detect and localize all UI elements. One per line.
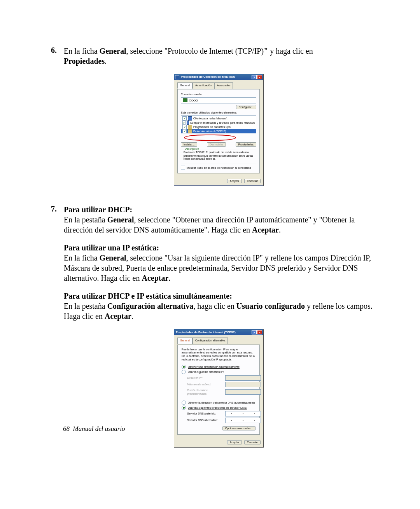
checkbox-icon[interactable]: ✓: [182, 125, 187, 129]
step6-text-a: En la ficha: [64, 47, 100, 55]
protocol-icon: [188, 129, 192, 133]
t: .: [168, 274, 170, 282]
highlight-ellipse: [184, 135, 236, 141]
cancel-button[interactable]: Cancelar: [244, 440, 261, 444]
tab-general[interactable]: General: [177, 338, 192, 344]
t: Aceptar: [252, 226, 279, 234]
share-icon: [187, 121, 189, 125]
description-legend: Descripción: [184, 147, 200, 150]
radio-icon[interactable]: [182, 365, 186, 369]
dns1-field[interactable]: [225, 411, 261, 416]
step-6-number: 6.: [47, 46, 57, 198]
checkbox-icon[interactable]: ✓: [182, 129, 187, 133]
t: Configuración alternativa: [107, 302, 194, 310]
step-7-number: 7.: [47, 205, 57, 458]
list-item-tcpip[interactable]: ✓ Protocolo Internet (TCP/IP): [181, 129, 256, 133]
t: Aceptar: [105, 312, 131, 320]
label-mask: Máscara de subred:: [187, 383, 225, 386]
radio-icon[interactable]: [182, 370, 186, 374]
heading-both: Para utilizar DHCP e IP estática simultá…: [64, 291, 373, 301]
radio-label: Obtener la dirección del servidor DNS au…: [188, 401, 255, 404]
step6-quote: ": [264, 47, 268, 55]
radio-auto-ip[interactable]: Obtener una dirección IP automáticamente: [182, 365, 256, 369]
tab-general[interactable]: General: [177, 82, 192, 89]
cancel-button[interactable]: Cancelar: [244, 179, 261, 183]
step-6: 6. En la ficha General, seleccione "Prot…: [47, 46, 373, 198]
radio-static-ip[interactable]: Usar la siguiente dirección IP:: [182, 370, 256, 374]
tab-auth[interactable]: Autenticación: [192, 82, 214, 89]
description-text: Protocolo TCP/IP. El protocolo de red de…: [184, 151, 254, 161]
dialog1-title: Propiedades de Conexión de área local: [180, 75, 251, 79]
dialog2-titlebar: Propiedades de Protocolo Internet (TCP/I…: [174, 329, 263, 335]
show-icon-checkbox[interactable]: ✓: [181, 166, 185, 170]
radio-static-dns[interactable]: Usar las siguientes direcciones de servi…: [182, 406, 256, 410]
dialog2-title: Propiedades de Protocolo Internet (TCP/I…: [175, 331, 251, 334]
t: Usuario configurado: [236, 302, 305, 310]
t: En la pestaña: [64, 215, 107, 224]
heading-dhcp: Para utilizar DHCP:: [64, 205, 373, 215]
show-icon-label: Mostrar icono en el área de notificación…: [187, 166, 251, 170]
dialog-tcpip-properties: Propiedades de Protocolo Internet (TCP/I…: [174, 329, 263, 447]
gateway-field: [225, 389, 261, 395]
item4-label: Protocolo Internet (TCP/IP): [193, 129, 226, 133]
install-button[interactable]: Instalar...: [181, 142, 197, 147]
t: En la ficha: [64, 254, 100, 262]
list-item[interactable]: ✓ Compartir impresoras y archivos para r…: [181, 121, 256, 125]
t: .: [279, 226, 281, 234]
components-listbox[interactable]: ✓ Cliente para redes Microsoft ✓ Compart…: [181, 115, 256, 134]
close-button[interactable]: ×: [257, 330, 262, 334]
nic-icon: [183, 98, 187, 102]
step6-general: General: [100, 47, 126, 55]
adapter-field: XXXXX: [181, 97, 256, 103]
tab-alt-config[interactable]: Configuración alternativa: [192, 338, 228, 344]
description-fieldset: Descripción Protocolo TCP/IP. El protoco…: [181, 149, 256, 163]
radio-auto-dns[interactable]: Obtener la dirección del servidor DNS au…: [182, 401, 256, 405]
t: General: [107, 215, 134, 224]
help-button[interactable]: ?: [252, 330, 257, 334]
heading-static: Para utilizar una IP estática:: [64, 243, 373, 253]
label-ip: Dirección IP:: [187, 376, 225, 380]
step6-text-c: y haga clic en: [268, 47, 313, 55]
step-7-body: Para utilizar DHCP: En la pestaña Genera…: [64, 205, 373, 458]
page-footer: 68 Manual del usuario: [63, 425, 125, 433]
radio-label: Obtener una dirección IP automáticamente: [188, 365, 240, 369]
uninstall-button: Desinstalar: [207, 142, 226, 147]
step6-text-b: , seleccione "Protocolo de Internet (TCP…: [126, 47, 264, 55]
page-number: 68: [63, 425, 70, 432]
item2-label: Compartir impresoras y archivos para red…: [190, 121, 255, 125]
item3-label: Programador de paquetes QoS: [193, 125, 231, 129]
step-7: 7. Para utilizar DHCP: En la pestaña Gen…: [47, 205, 373, 458]
configure-button[interactable]: Configurar...: [236, 105, 256, 109]
client-icon: [188, 116, 192, 121]
accept-button[interactable]: Aceptar: [227, 179, 242, 183]
list-item[interactable]: ✓ Programador de paquetes QoS: [181, 125, 256, 129]
elements-label: Esta conexión utiliza los siguientes ele…: [181, 111, 256, 114]
properties-button[interactable]: Propiedades: [236, 142, 256, 147]
radio-icon[interactable]: [182, 401, 186, 405]
t: General: [100, 254, 126, 262]
help-button[interactable]: ?: [252, 75, 257, 79]
dialog-lan-properties: Propiedades de Conexión de área local ? …: [174, 74, 263, 186]
label-dns1: Servidor DNS preferido:: [187, 412, 225, 415]
close-button[interactable]: ×: [257, 75, 262, 79]
radio-icon[interactable]: [182, 406, 186, 410]
accept-button[interactable]: Aceptar: [227, 440, 242, 444]
connect-using-label: Conectar usando:: [181, 93, 256, 96]
advanced-options-button[interactable]: Opciones avanzadas...: [222, 426, 256, 430]
tab-advanced[interactable]: Avanzadas: [214, 82, 233, 89]
step6-text-d: .: [105, 57, 107, 65]
radio-label: Usar la siguiente dirección IP:: [188, 370, 224, 374]
t: En la pestaña: [64, 302, 107, 310]
step-6-body: En la ficha General, seleccione "Protoco…: [64, 46, 373, 198]
t: Aceptar: [142, 274, 168, 282]
label-dns2: Servidor DNS alternativo:: [187, 418, 225, 422]
checkbox-icon[interactable]: ✓: [182, 116, 187, 121]
label-gateway: Puerta de enlace predeterminada:: [187, 388, 225, 395]
separator: [181, 398, 256, 398]
footer-text: Manual del usuario: [73, 425, 125, 432]
checkbox-icon[interactable]: ✓: [182, 121, 186, 125]
dns2-field[interactable]: [225, 418, 261, 423]
step6-propiedades: Propiedades: [64, 57, 105, 65]
qos-icon: [188, 125, 192, 129]
list-item[interactable]: ✓ Cliente para redes Microsoft: [181, 116, 256, 121]
